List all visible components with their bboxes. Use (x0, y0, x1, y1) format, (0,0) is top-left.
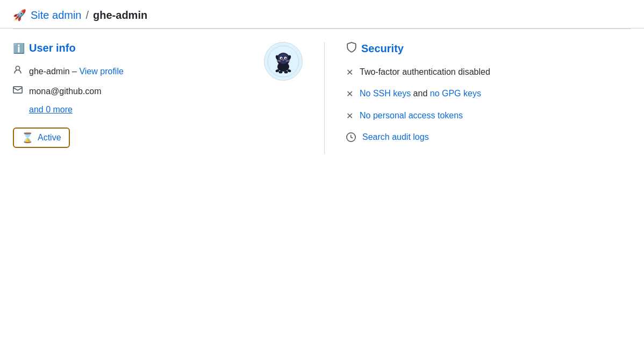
pat-text: No personal access tokens (360, 110, 463, 122)
clock-icon (346, 132, 356, 144)
site-admin-link[interactable]: Site admin (31, 9, 82, 22)
no-ssh-link[interactable]: No SSH keys (360, 89, 411, 98)
ssh-gpg-text: No SSH keys and no GPG keys (360, 88, 481, 100)
svg-point-18 (283, 60, 284, 61)
username-row: ghe-admin – View profile (13, 65, 124, 77)
user-info-title: User info (29, 42, 76, 54)
page-header: 🚀 Site admin / ghe-admin (0, 0, 644, 29)
hourglass-icon: ⌛ (22, 132, 33, 144)
audit-logs-text: Search audit logs (362, 131, 429, 143)
security-title: Security (361, 42, 404, 55)
view-profile-link[interactable]: View profile (79, 67, 123, 76)
user-info-header: ℹ️ User info (13, 42, 124, 54)
main-content: ℹ️ User info ghe-admin – View profile (0, 29, 644, 167)
rocket-icon: 🚀 (13, 9, 26, 22)
mona-octocat-svg (267, 45, 299, 77)
svg-point-11 (285, 58, 287, 59)
email-text: mona@github.com (29, 87, 102, 96)
two-factor-text: Two-factor authentication disabled (360, 66, 490, 78)
ssh-gpg-row: ✕ No SSH keys and no GPG keys (346, 88, 631, 100)
user-title: ghe-admin (93, 9, 147, 22)
x-icon-pat: ✕ (346, 111, 353, 121)
svg-point-7 (278, 53, 289, 64)
avatar (264, 42, 303, 81)
audit-logs-row: Search audit logs (346, 131, 631, 144)
pat-row: ✕ No personal access tokens (346, 110, 631, 122)
person-icon (13, 65, 23, 77)
two-factor-row: ✕ Two-factor authentication disabled (346, 66, 631, 78)
x-icon-ssh: ✕ (346, 89, 353, 99)
email-row: mona@github.com (13, 85, 124, 97)
svg-point-4 (284, 71, 288, 74)
svg-point-3 (279, 71, 283, 74)
and-more-link[interactable]: and 0 more (29, 105, 124, 115)
active-badge[interactable]: ⌛ Active (13, 128, 70, 148)
info-icon: ℹ️ (13, 42, 25, 54)
no-gpg-link[interactable]: no GPG keys (430, 89, 481, 98)
no-pat-link[interactable]: No personal access tokens (360, 111, 463, 120)
email-icon (13, 85, 23, 97)
active-label: Active (38, 133, 61, 143)
user-info-top: ℹ️ User info ghe-admin – View profile (13, 42, 303, 148)
user-info-details: ℹ️ User info ghe-admin – View profile (13, 42, 124, 148)
user-info-panel: ℹ️ User info ghe-admin – View profile (13, 42, 325, 154)
security-panel: Security ✕ Two-factor authentication dis… (325, 42, 631, 154)
username-text: ghe-admin – View profile (29, 67, 124, 76)
security-header: Security (346, 42, 631, 55)
breadcrumb-separator: / (86, 9, 89, 22)
svg-point-10 (281, 58, 282, 59)
search-audit-logs-link[interactable]: Search audit logs (362, 132, 429, 141)
shield-icon (346, 42, 357, 55)
x-icon-2fa: ✕ (346, 67, 353, 77)
